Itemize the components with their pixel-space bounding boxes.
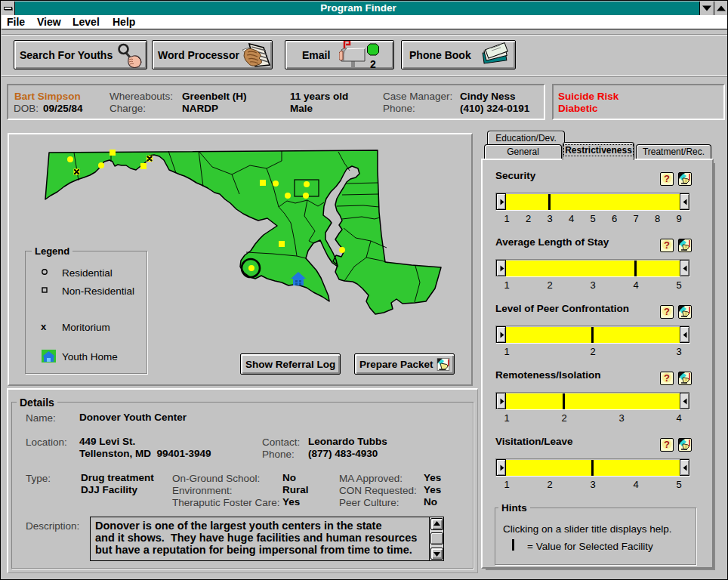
svg-text:?: ? — [664, 372, 670, 384]
svg-text:?: ? — [664, 239, 670, 251]
svg-text:?: ? — [664, 173, 670, 184]
svg-text:x: x — [41, 321, 47, 332]
svg-text:?: ? — [664, 306, 670, 317]
svg-text:2: 2 — [370, 58, 376, 69]
svg-text:?: ? — [664, 439, 670, 450]
